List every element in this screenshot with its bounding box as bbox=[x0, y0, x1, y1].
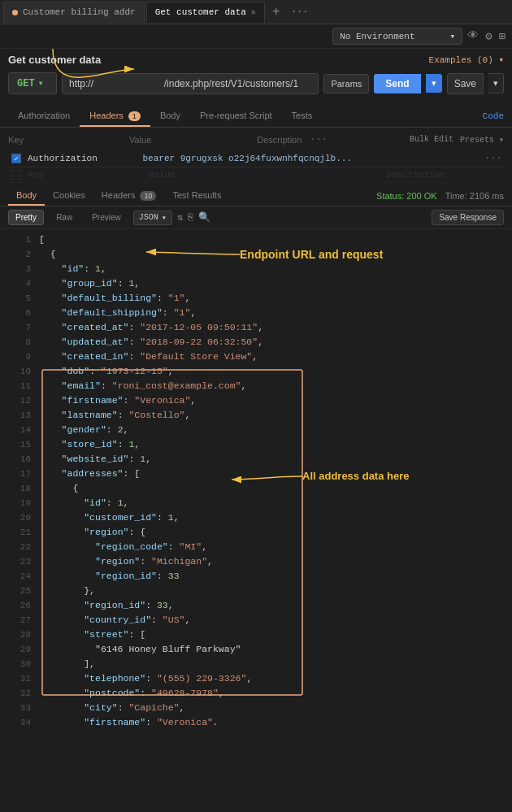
json-text: "group_id": 1, bbox=[39, 276, 504, 291]
json-text: [ bbox=[39, 232, 504, 247]
json-line: 32 "postcode": "49628-7978", bbox=[8, 686, 504, 701]
header-key[interactable]: Authorization bbox=[28, 154, 140, 163]
request-sub-tabs: Authorization Headers 1 Body Pre-request… bbox=[0, 106, 512, 128]
json-text: ], bbox=[39, 657, 504, 671]
tab-get-customer[interactable]: Get customer data ✕ bbox=[146, 2, 265, 23]
params-button[interactable]: Params bbox=[323, 74, 369, 93]
tab-response-headers[interactable]: Headers 10 bbox=[93, 186, 165, 206]
raw-button[interactable]: Raw bbox=[49, 210, 80, 225]
tab-headers[interactable]: Headers 1 bbox=[80, 106, 150, 127]
json-text: "region_code": "MI", bbox=[39, 540, 504, 554]
format-selector[interactable]: JSON ▾ bbox=[133, 211, 172, 225]
tab-response-body[interactable]: Body bbox=[8, 186, 45, 206]
code-link[interactable]: Code bbox=[483, 111, 504, 121]
empty-value: Value bbox=[149, 170, 384, 180]
json-line: 16 "website_id": 1, bbox=[8, 452, 504, 467]
url-bar: GET ▾ Params Send ▾ Save ▾ bbox=[8, 72, 504, 94]
json-line: 14 "gender": 2, bbox=[8, 423, 504, 437]
checkbox-checked[interactable]: ✓ bbox=[11, 154, 21, 163]
tab-customer-billing[interactable]: Customer billing addr bbox=[3, 2, 145, 23]
filter-icon[interactable]: ⇅ bbox=[177, 211, 183, 224]
format-label: JSON bbox=[139, 213, 158, 222]
line-number: 26 bbox=[8, 598, 31, 613]
tab-close-icon[interactable]: ✕ bbox=[251, 7, 256, 17]
search-icon[interactable]: 🔍 bbox=[198, 211, 210, 224]
save-button[interactable]: Save bbox=[447, 73, 484, 94]
layout-icon[interactable]: ⊞ bbox=[499, 29, 505, 43]
tab-cookies[interactable]: Cookies bbox=[45, 186, 93, 206]
json-line: 34 "firstname": "Veronica", bbox=[8, 715, 504, 725]
line-number: 16 bbox=[8, 452, 31, 467]
copy-icon[interactable]: ⎘ bbox=[188, 212, 193, 224]
line-number: 30 bbox=[8, 657, 31, 671]
json-content[interactable]: 1[2 {3 "id": 1,4 "group_id": 1,5 "defaul… bbox=[0, 229, 512, 725]
settings-icon[interactable]: ⚙ bbox=[485, 29, 492, 43]
line-number: 1 bbox=[8, 232, 31, 247]
response-toolbar: Pretty Raw Preview JSON ▾ ⇅ ⎘ 🔍 Save Res… bbox=[0, 206, 512, 229]
line-number: 7 bbox=[8, 320, 31, 335]
json-line: 11 "email": "roni_cost@example.com", bbox=[8, 379, 504, 393]
format-chevron-icon: ▾ bbox=[162, 213, 167, 223]
json-line: 22 "region_code": "MI", bbox=[8, 540, 504, 554]
bulk-edit-button[interactable]: Bulk Edit bbox=[410, 135, 453, 145]
line-number: 3 bbox=[8, 262, 31, 276]
empty-key[interactable]: Key bbox=[28, 170, 145, 180]
tab-pre-request[interactable]: Pre-request Script bbox=[190, 106, 282, 127]
tab-authorization[interactable]: Authorization bbox=[8, 106, 80, 127]
eye-icon[interactable]: 👁 bbox=[467, 29, 479, 43]
pretty-button[interactable]: Pretty bbox=[8, 210, 44, 225]
method-selector[interactable]: GET ▾ bbox=[8, 72, 57, 94]
status-badge: Status: 200 OK bbox=[376, 191, 437, 201]
env-selector[interactable]: No Environment ▾ bbox=[332, 28, 462, 45]
json-text: "postcode": "49628-7978", bbox=[39, 686, 504, 701]
examples-link[interactable]: Examples (0) ▾ bbox=[429, 54, 504, 65]
json-text: "region_id": 33, bbox=[39, 598, 504, 613]
send-dropdown-button[interactable]: ▾ bbox=[426, 74, 442, 93]
json-line: 8 "updated_at": "2018-09-22 06:32:50", bbox=[8, 335, 504, 350]
tab-more-button[interactable]: ··· bbox=[288, 7, 312, 18]
json-text: "updated_at": "2018-09-22 06:32:50", bbox=[39, 335, 504, 350]
line-number: 23 bbox=[8, 554, 31, 569]
line-number: 14 bbox=[8, 423, 31, 437]
save-response-button[interactable]: Save Response bbox=[432, 210, 504, 225]
save-dropdown-button[interactable]: ▾ bbox=[488, 73, 504, 93]
line-number: 18 bbox=[8, 481, 31, 496]
tab-test-results[interactable]: Test Results bbox=[164, 186, 229, 206]
method-label: GET bbox=[17, 78, 35, 89]
header-checkbox[interactable]: ✓ bbox=[8, 154, 24, 163]
headers-table: Key Value Description ··· Bulk Edit Pres… bbox=[0, 128, 512, 186]
env-bar: No Environment ▾ 👁 ⚙ ⊞ bbox=[0, 24, 512, 49]
line-number: 2 bbox=[8, 247, 31, 262]
line-number: 31 bbox=[8, 671, 31, 686]
json-text: "lastname": "Costello", bbox=[39, 408, 504, 423]
json-line: 26 "region_id": 33, bbox=[8, 598, 504, 613]
json-text: "region_id": 33 bbox=[39, 569, 504, 584]
tab-body[interactable]: Body bbox=[150, 106, 190, 127]
json-line: 18 { bbox=[8, 481, 504, 496]
row-actions-icon[interactable]: ··· bbox=[484, 153, 502, 164]
send-button[interactable]: Send bbox=[374, 74, 420, 93]
line-number: 33 bbox=[8, 701, 31, 715]
checkmark-icon: ✓ bbox=[14, 154, 18, 163]
presets-button[interactable]: Presets ▾ bbox=[460, 135, 504, 145]
json-line: 15 "store_id": 1, bbox=[8, 437, 504, 452]
new-tab-button[interactable]: + bbox=[267, 2, 286, 22]
json-text: "addresses": [ bbox=[39, 467, 504, 481]
headers-toolbar: Key Value Description ··· Bulk Edit Pres… bbox=[8, 131, 504, 149]
json-line: 5 "default_billing": "1", bbox=[8, 291, 504, 306]
line-number: 27 bbox=[8, 613, 31, 627]
preview-button[interactable]: Preview bbox=[85, 210, 128, 225]
empty-checkbox[interactable] bbox=[8, 170, 24, 180]
url-input[interactable] bbox=[62, 73, 319, 94]
json-line: 7 "created_at": "2017-12-05 09:50:11", bbox=[8, 320, 504, 335]
tab-bar: Customer billing addr Get customer data … bbox=[0, 0, 512, 24]
tab-tests[interactable]: Tests bbox=[282, 106, 323, 127]
json-line: 10 "dob": "1973-12-15", bbox=[8, 364, 504, 379]
json-text: "region": "Michigan", bbox=[39, 554, 504, 569]
json-line: 17 "addresses": [ bbox=[8, 467, 504, 481]
json-text: "customer_id": 1, bbox=[39, 510, 504, 525]
json-line: 6 "default_shipping": "1", bbox=[8, 306, 504, 320]
json-text: "website_id": 1, bbox=[39, 452, 504, 467]
header-value[interactable]: bearer 9grugxsk o22j64fuxwnhfqcnqjlb... bbox=[143, 154, 367, 163]
key-column-header: Key bbox=[8, 135, 24, 145]
